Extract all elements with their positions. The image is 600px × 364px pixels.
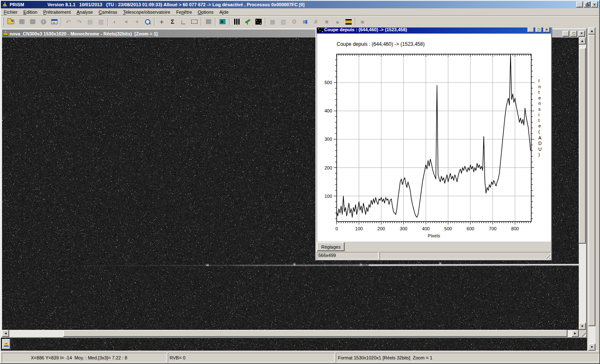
y-axis-label-char: n <box>538 101 541 106</box>
select-rect-icon <box>191 20 198 24</box>
scroll-right-icon[interactable]: ► <box>572 330 579 337</box>
menu-pr-traitement[interactable]: Prétraitement <box>40 9 74 15</box>
plot-maximize-button[interactable]: □ <box>535 27 542 32</box>
minimize-button[interactable]: _ <box>576 2 583 7</box>
prism-logo-icon <box>2 2 8 7</box>
toolbar-separator <box>229 17 230 26</box>
profile-curve <box>337 54 530 217</box>
square-icon: ■ <box>325 19 328 25</box>
minimize-icon: _ <box>565 33 567 37</box>
prism-logo-icon <box>3 31 8 36</box>
image-minimize-button[interactable]: _ <box>562 31 569 37</box>
zoom-region-icon: ◐ <box>113 19 117 25</box>
menu-aide[interactable]: Aide <box>216 9 231 15</box>
image-vertical-scrollbar[interactable]: ▲ ▼ <box>579 37 586 330</box>
resize-grip[interactable] <box>579 330 586 337</box>
toolbar-button-magnifier[interactable] <box>142 17 153 27</box>
toolbar-button-new-window[interactable] <box>49 17 60 27</box>
profile-cut-icon: ∟ <box>180 19 187 25</box>
menu-edition[interactable]: Edition <box>20 9 40 15</box>
toolbar-button-levels-histogram[interactable] <box>231 17 242 27</box>
resize-grip[interactable] <box>545 254 550 259</box>
scroll-thumb[interactable] <box>63 330 568 337</box>
restore-icon <box>586 4 589 6</box>
y-axis-label-char: ) <box>538 152 540 157</box>
save-blob-2-icon <box>30 19 35 24</box>
save-disk-icon: ▦ <box>270 19 275 25</box>
y-axis-label-char: e <box>538 123 541 128</box>
scroll-track[interactable] <box>588 326 595 344</box>
scroll-down-icon[interactable]: ▼ <box>588 344 595 351</box>
close-icon: × <box>545 28 548 32</box>
title-bar[interactable]: PRiSM Version 8.1.1 10/01/2013 {TU : 23/… <box>1 1 599 8</box>
toolbar-button-square: ■ <box>321 17 332 27</box>
menu-fen-tre[interactable]: Fenêtre <box>173 9 195 15</box>
plot-window-titlebar[interactable]: Coupe depuis : (644,460) -> (1523,458) _… <box>317 27 551 33</box>
restore-button[interactable] <box>584 2 590 7</box>
toolbar-button-pointer-small: ◄ <box>131 17 142 27</box>
close-icon: × <box>580 32 582 35</box>
scroll-track[interactable] <box>579 244 586 323</box>
app-name: PRiSM <box>10 2 24 7</box>
scroll-up-icon[interactable]: ▲ <box>588 27 595 35</box>
pointer-large-icon: ◄ <box>123 19 128 24</box>
toolbar-button-screen-capture[interactable] <box>217 17 228 27</box>
toolbar-button-telescope[interactable] <box>242 17 253 27</box>
image-horizontal-scrollbar[interactable]: ◄ ► <box>2 330 579 337</box>
toolbar-button-open-file[interactable] <box>5 17 16 27</box>
x-tick-label: 600 <box>467 226 474 231</box>
toolbar-button-select-rect[interactable] <box>189 17 200 27</box>
toolbar-button-crosshair[interactable]: + <box>156 17 167 27</box>
close-button[interactable]: × <box>591 2 598 7</box>
rvb-panel: RVB= 0 <box>168 353 335 362</box>
scroll-track[interactable] <box>568 330 572 337</box>
menu-telescope-observatoire[interactable]: Telescope/observatoire <box>120 9 173 15</box>
prism-application-window: PRiSM Version 8.1.1 10/01/2013 {TU : 23/… <box>0 0 600 364</box>
workspace-vertical-scrollbar[interactable]: ▲ ▼ <box>588 27 595 351</box>
telescope-icon <box>245 19 251 25</box>
toolbar-separator <box>355 17 356 26</box>
toolbar-button-save-blob-2 <box>27 17 38 27</box>
plot-minimize-button[interactable]: _ <box>528 27 534 32</box>
toolbar-button-profile-cut[interactable]: ∟ <box>178 17 189 27</box>
x-tick-label: 700 <box>489 226 496 231</box>
profile-plot-window[interactable]: Coupe depuis : (644,460) -> (1523,458) _… <box>315 27 552 261</box>
scroll-up-icon[interactable]: ▲ <box>579 37 586 45</box>
x-axis-label: Pixels <box>428 233 440 238</box>
plot-close-button[interactable]: × <box>543 27 550 32</box>
menu-cam-ras[interactable]: Caméras <box>96 9 120 15</box>
scroll-track[interactable] <box>579 45 586 48</box>
x-tick-label: 800 <box>511 226 519 231</box>
background-window-icon[interactable] <box>2 339 10 349</box>
scroll-down-icon[interactable]: ▼ <box>579 323 586 330</box>
scroll-track[interactable] <box>9 330 63 337</box>
copy-icon: ▤ <box>87 19 92 25</box>
toolbar-button-sphere: ● <box>332 17 343 27</box>
scroll-thumb[interactable] <box>588 35 595 326</box>
background-image-window-strip[interactable] <box>1 338 587 351</box>
toolbar-button-paste: ▥ <box>95 17 106 27</box>
toolbar-button-statistics-sigma[interactable]: Σ <box>167 17 178 27</box>
toolbar-button-filmstrip[interactable] <box>343 17 354 27</box>
y-axis-label-char: A <box>538 135 542 140</box>
toolbar-button-list-transfer[interactable]: ⇉ <box>300 17 310 27</box>
menu-fichier[interactable]: Fichier <box>1 9 20 15</box>
image-maximize-button[interactable]: □ <box>570 31 577 37</box>
y-axis-label-char: D <box>538 141 542 146</box>
scroll-left-icon[interactable]: ◄ <box>2 330 9 337</box>
image-close-button[interactable]: × <box>578 31 585 37</box>
menu-analyse[interactable]: Analyse <box>74 9 96 15</box>
status-bar: X=886 Y=839 I= -14 Moy. : Med.[3x3]= 7.2… <box>1 351 599 363</box>
save-blob-1-icon <box>19 19 25 24</box>
toolbar-grip[interactable] <box>2 17 4 26</box>
toolbar-button-star-map[interactable] <box>253 17 264 27</box>
toolbar-button-camera-head: ● <box>357 17 368 27</box>
mdi-workspace: nova_CN300s3 1530x1020 - Monochrome - Ré… <box>1 27 599 351</box>
toolbar-button-pointer-large: ◄ <box>120 17 131 27</box>
format-panel: Format 1530x1020x1 [Réels 32bits] Zoom =… <box>336 353 599 362</box>
maximize-icon: □ <box>538 28 540 32</box>
menu-options[interactable]: Options <box>195 9 217 15</box>
reglages-button[interactable]: Réglages <box>317 242 345 251</box>
toolbar-button-info: i <box>38 17 49 27</box>
scroll-thumb[interactable] <box>579 48 586 244</box>
